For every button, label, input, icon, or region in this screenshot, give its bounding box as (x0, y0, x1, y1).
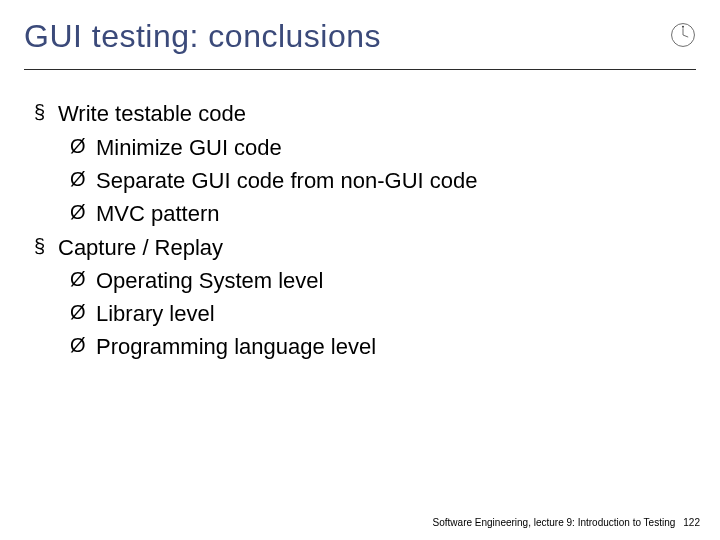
sub-list: Operating System level Library level Pro… (58, 265, 696, 363)
sub-list-item-label: Separate GUI code from non-GUI code (96, 168, 478, 193)
list-item-label: Write testable code (58, 101, 246, 126)
bullet-list: Write testable code Minimize GUI code Se… (30, 98, 696, 363)
sub-list-item: Operating System level (70, 265, 696, 297)
page-number: 122 (683, 517, 700, 528)
sub-list-item: Library level (70, 298, 696, 330)
footer: Software Engineering, lecture 9: Introdu… (433, 517, 700, 528)
sub-list-item: MVC pattern (70, 198, 696, 230)
sub-list: Minimize GUI code Separate GUI code from… (58, 132, 696, 230)
content: Write testable code Minimize GUI code Se… (24, 98, 696, 363)
title-rule (24, 69, 696, 70)
slide-title: GUI testing: conclusions (24, 18, 381, 65)
sub-list-item-label: Minimize GUI code (96, 135, 282, 160)
sub-list-item-label: Programming language level (96, 334, 376, 359)
slide: GUI testing: conclusions Write testable … (0, 0, 720, 540)
footer-text: Software Engineering, lecture 9: Introdu… (433, 517, 676, 528)
sub-list-item: Minimize GUI code (70, 132, 696, 164)
list-item-label: Capture / Replay (58, 235, 223, 260)
sub-list-item-label: Operating System level (96, 268, 323, 293)
title-row: GUI testing: conclusions (24, 18, 696, 65)
sub-list-item-label: Library level (96, 301, 215, 326)
sub-list-item: Programming language level (70, 331, 696, 363)
sub-list-item-label: MVC pattern (96, 201, 220, 226)
logo-icon (670, 22, 696, 48)
svg-point-1 (682, 26, 684, 28)
sub-list-item: Separate GUI code from non-GUI code (70, 165, 696, 197)
svg-line-3 (683, 35, 688, 37)
list-item: Capture / Replay Operating System level … (30, 232, 696, 364)
list-item: Write testable code Minimize GUI code Se… (30, 98, 696, 230)
